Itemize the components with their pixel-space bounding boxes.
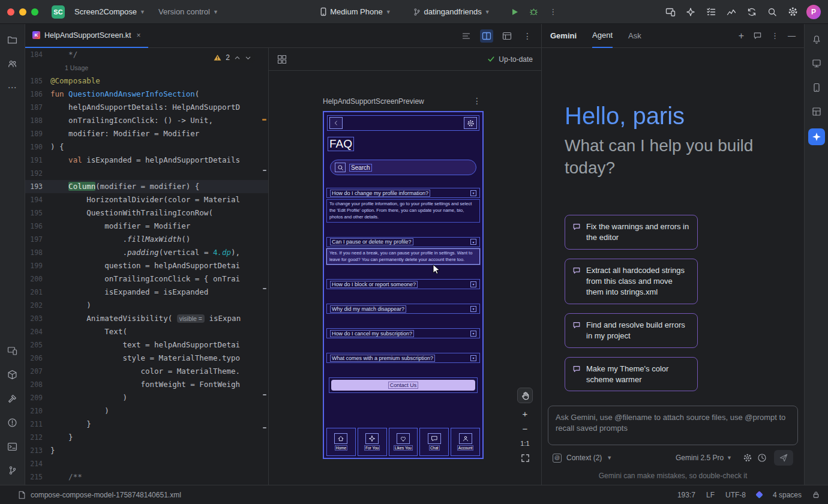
code-editor[interactable]: 184 */1 Usage185@Composable186fun Questi… — [25, 48, 268, 485]
back-button[interactable] — [329, 117, 343, 129]
close-window-button[interactable] — [7, 8, 14, 16]
nav-item-likes-you[interactable]: Likes You — [389, 428, 418, 456]
close-tab-icon[interactable]: × — [137, 31, 141, 40]
context-selector[interactable]: Context (2) — [566, 454, 602, 462]
code-line[interactable]: 187 helpAndSupportDetails: HelpAndSuppor… — [25, 101, 268, 114]
build-tool-button[interactable] — [5, 391, 20, 406]
code-line[interactable]: 201 isExpanded = isExpanded — [25, 286, 268, 299]
expand-icon[interactable]: ▾ — [470, 281, 476, 287]
model-selector[interactable]: Gemini 2.5 Pro ▼ — [676, 454, 732, 462]
faq-question-row[interactable]: Why did my match disappear?▾ — [326, 304, 480, 314]
new-chat-button[interactable]: + — [739, 31, 744, 41]
suggestion-card[interactable]: Find and resolve build errors in my proj… — [565, 313, 698, 348]
split-view-button[interactable] — [480, 29, 493, 43]
code-line[interactable]: 196 modifier = Modifier — [25, 220, 268, 233]
prev-issue-icon[interactable] — [234, 55, 241, 61]
code-line[interactable]: 186fun QuestionAndAnswerInfoSection( — [25, 88, 268, 101]
caret-position[interactable]: 193:7 — [677, 491, 695, 499]
code-line[interactable]: 193 Column(modifier = modifier) { — [25, 180, 268, 193]
phone-preview-canvas[interactable]: FAQ Search How do I change my profile in… — [323, 111, 484, 459]
nav-item-chat[interactable]: Chat — [419, 428, 449, 456]
code-view-button[interactable] — [460, 29, 473, 43]
profiler-button[interactable] — [725, 5, 738, 19]
task-list-button[interactable] — [704, 5, 718, 19]
code-line[interactable]: 208 fontWeight = FontWeigh — [25, 378, 268, 391]
layout-grid-icon[interactable] — [277, 55, 287, 64]
device-selector[interactable]: Medium Phone▼ — [316, 5, 394, 18]
code-line[interactable]: 194 HorizontalDivider(color = Material — [25, 193, 268, 206]
faq-question-row[interactable]: Can I pause or delete my profile?▾ — [326, 237, 480, 247]
code-line[interactable]: 189 modifier: Modifier = Modifier — [25, 127, 268, 140]
chat-history-icon[interactable] — [753, 31, 762, 40]
code-line[interactable]: 207 color = MaterialTheme. — [25, 365, 268, 378]
vcs-selector[interactable]: Version control▼ — [155, 5, 222, 18]
faq-question-row[interactable]: What comes with a premium subscription?▾ — [326, 353, 480, 363]
running-devices-button[interactable] — [5, 343, 20, 358]
debug-button[interactable] — [527, 5, 541, 19]
suggestion-card[interactable]: Make my Theme's color scheme warmer — [565, 357, 698, 392]
indent-setting[interactable]: 4 spaces — [773, 491, 802, 499]
nav-item-for-you[interactable]: For You — [358, 428, 387, 456]
settings-gear-button[interactable] — [464, 117, 477, 129]
preview-name-label[interactable]: HelpAndSupportScreenPreview — [323, 97, 424, 106]
inspections-widget[interactable]: 2 — [210, 52, 255, 63]
design-view-button[interactable] — [500, 29, 514, 43]
more-actions-button[interactable]: ⋮ — [547, 5, 560, 19]
terminal-tool-button[interactable] — [5, 439, 20, 454]
layout-inspector-button[interactable] — [809, 104, 824, 119]
code-line[interactable]: 204 Text( — [25, 325, 268, 338]
code-line[interactable]: 192 — [25, 167, 268, 180]
gemini-panel-title[interactable]: Gemini — [550, 24, 577, 48]
code-line[interactable]: 214 — [25, 457, 268, 470]
code-line[interactable]: 206 style = MaterialTheme.typo — [25, 352, 268, 365]
tab-ask[interactable]: Ask — [628, 24, 641, 48]
next-issue-icon[interactable] — [245, 55, 251, 61]
code-line[interactable]: 200 onTrailingIconClick = { onTrai — [25, 272, 268, 286]
device-mirroring-button[interactable] — [664, 5, 677, 19]
code-line[interactable]: 209 ) — [25, 391, 268, 404]
zoom-ratio-button[interactable]: 1:1 — [520, 440, 529, 447]
git-tool-button[interactable] — [5, 463, 20, 478]
suggestion-card[interactable]: Fix the warnings and errors in the edito… — [565, 215, 698, 250]
code-line[interactable]: 185@Composable — [25, 74, 268, 88]
code-line[interactable]: 188 onTrailingIconClick: () -> Unit, — [25, 114, 268, 127]
code-line[interactable]: 205 text = helpAndSupportDetai — [25, 338, 268, 352]
code-line[interactable]: 191 val isExpanded = helpAndSupportDetai… — [25, 154, 268, 167]
expand-icon[interactable]: ▾ — [470, 331, 476, 337]
search-field[interactable]: Search — [330, 160, 476, 175]
gemini-options-button[interactable]: ⋮ — [771, 31, 779, 40]
project-tool-button[interactable] — [5, 32, 20, 47]
maximize-window-button[interactable] — [31, 8, 38, 16]
zoom-out-button[interactable]: − — [523, 425, 528, 433]
file-encoding[interactable]: UTF-8 — [725, 491, 746, 499]
expand-icon[interactable]: ▾ — [470, 190, 476, 196]
faq-question-row[interactable]: How do I change my profile information?▾ — [326, 188, 480, 198]
code-line[interactable]: 195 QuestionWithTrailingIconRow( — [25, 206, 268, 220]
editor-options-button[interactable]: ⋮ — [521, 29, 534, 43]
settings-button[interactable] — [786, 5, 799, 19]
gemini-settings-icon[interactable] — [743, 453, 752, 463]
problems-tool-button[interactable] — [5, 415, 20, 430]
suggestion-card[interactable]: Extract all hardcoded strings from this … — [565, 259, 698, 304]
package-tool-button[interactable] — [5, 367, 20, 382]
nav-item-home[interactable]: Home — [326, 428, 356, 456]
branch-selector[interactable]: datingandfriends▼ — [409, 5, 494, 18]
sync-button[interactable] — [745, 5, 758, 19]
send-button[interactable] — [774, 450, 793, 466]
user-avatar[interactable]: P — [806, 5, 821, 19]
ai-status-icon[interactable] — [755, 491, 763, 499]
contact-us-button[interactable]: Contact Us — [331, 380, 475, 391]
status-file-name[interactable]: compose-compose-model-1758748140651.xml — [31, 491, 181, 499]
code-line[interactable]: 202 ) — [25, 299, 268, 312]
expand-icon[interactable]: ▾ — [470, 239, 476, 245]
usage-hint[interactable]: 1 Usage — [25, 61, 268, 74]
nav-item-account[interactable]: Account — [451, 428, 480, 456]
hide-panel-button[interactable]: — — [788, 31, 796, 40]
project-selector[interactable]: Screen2Compose▼ — [71, 5, 149, 18]
code-line[interactable]: 190) { — [25, 140, 268, 154]
gemini-tool-button[interactable] — [808, 128, 825, 145]
search-button[interactable] — [766, 5, 779, 19]
prompt-history-icon[interactable] — [757, 453, 767, 463]
code-line[interactable]: 198 .padding(vertical = 4.dp), — [25, 246, 268, 259]
code-line[interactable]: 197 .fillMaxWidth() — [25, 233, 268, 246]
